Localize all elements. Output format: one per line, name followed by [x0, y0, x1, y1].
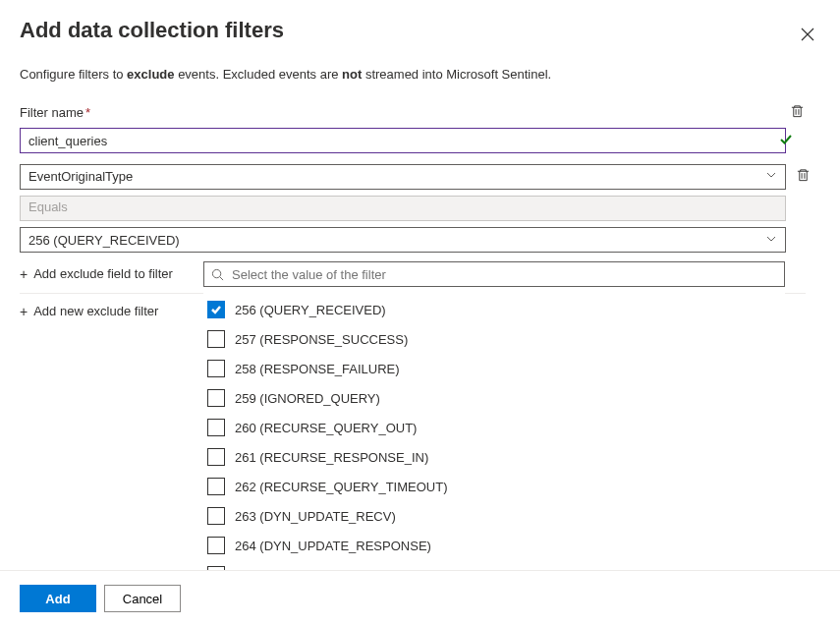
- dropdown-option[interactable]: 262 (RECURSE_QUERY_TIMEOUT): [203, 472, 781, 501]
- option-label: 262 (RECURSE_QUERY_TIMEOUT): [235, 480, 447, 494]
- add-exclude-field-label: Add exclude field to filter: [33, 266, 173, 281]
- delete-field-button[interactable]: [792, 163, 814, 190]
- option-label: 261 (RECURSE_RESPONSE_IN): [235, 450, 428, 465]
- dropdown-search[interactable]: [203, 261, 785, 287]
- checkbox[interactable]: [207, 507, 225, 525]
- trash-icon: [790, 107, 805, 122]
- trash-icon: [796, 171, 811, 186]
- required-asterisk: *: [85, 105, 90, 120]
- checkbox[interactable]: [207, 448, 225, 466]
- checkbox[interactable]: [207, 537, 225, 554]
- dropdown-option[interactable]: 258 (RESPONSE_FAILURE): [203, 354, 781, 383]
- panel-title: Add data collection filters: [20, 18, 284, 43]
- close-icon: [801, 29, 814, 44]
- search-icon: [211, 268, 224, 281]
- dropdown-option[interactable]: 261 (RECURSE_RESPONSE_IN): [203, 442, 781, 472]
- option-label: 259 (IGNORED_QUERY): [235, 391, 380, 406]
- options-list[interactable]: 256 (QUERY_RECEIVED)257 (RESPONSE_SUCCES…: [203, 295, 785, 586]
- option-label: 258 (RESPONSE_FAILURE): [235, 362, 400, 376]
- value-dropdown: 256 (QUERY_RECEIVED)257 (RESPONSE_SUCCES…: [203, 261, 785, 586]
- value-select[interactable]: 256 (QUERY_RECEIVED): [20, 227, 786, 253]
- checkbox[interactable]: [207, 301, 225, 318]
- dropdown-option[interactable]: 264 (DYN_UPDATE_RESPONSE): [203, 531, 781, 560]
- field-select-value: EventOriginalType: [28, 169, 133, 184]
- valid-check-icon: [779, 133, 793, 149]
- chevron-down-icon: [765, 233, 777, 248]
- dropdown-option[interactable]: 259 (IGNORED_QUERY): [203, 383, 781, 413]
- description-text: Configure filters to exclude events. Exc…: [20, 67, 820, 82]
- plus-icon: +: [20, 267, 28, 281]
- footer: Add Cancel: [0, 570, 840, 626]
- checkbox[interactable]: [207, 419, 225, 436]
- option-label: 256 (QUERY_RECEIVED): [235, 303, 386, 317]
- dropdown-search-input[interactable]: [230, 266, 776, 283]
- dropdown-option[interactable]: 256 (QUERY_RECEIVED): [203, 295, 781, 324]
- plus-icon: +: [20, 305, 28, 318]
- option-label: 257 (RESPONSE_SUCCESS): [235, 332, 408, 347]
- add-button[interactable]: Add: [20, 585, 96, 612]
- filter-name-input[interactable]: [20, 128, 786, 153]
- delete-filter-button[interactable]: [786, 99, 809, 126]
- value-select-display: 256 (QUERY_RECEIVED): [28, 233, 180, 248]
- filter-name-label: Filter name: [20, 105, 84, 120]
- dropdown-option[interactable]: 260 (RECURSE_QUERY_OUT): [203, 413, 781, 442]
- add-new-exclude-filter-button[interactable]: + Add new exclude filter: [20, 296, 158, 326]
- dropdown-option[interactable]: 257 (RESPONSE_SUCCESS): [203, 324, 781, 354]
- add-new-exclude-filter-label: Add new exclude filter: [33, 304, 158, 318]
- checkbox[interactable]: [207, 360, 225, 377]
- dropdown-option[interactable]: 263 (DYN_UPDATE_RECV): [203, 501, 781, 531]
- option-label: 263 (DYN_UPDATE_RECV): [235, 509, 396, 524]
- field-select[interactable]: EventOriginalType: [20, 164, 786, 190]
- operator-field: Equals: [20, 196, 786, 221]
- close-button[interactable]: [795, 22, 820, 50]
- chevron-down-icon: [765, 169, 777, 184]
- option-label: 260 (RECURSE_QUERY_OUT): [235, 421, 417, 435]
- cancel-button[interactable]: Cancel: [104, 585, 181, 612]
- checkbox[interactable]: [207, 330, 225, 348]
- checkbox[interactable]: [207, 389, 225, 407]
- add-exclude-field-button[interactable]: + Add exclude field to filter: [20, 258, 173, 289]
- svg-point-0: [212, 269, 220, 277]
- option-label: 264 (DYN_UPDATE_RESPONSE): [235, 539, 431, 553]
- checkbox[interactable]: [207, 478, 225, 495]
